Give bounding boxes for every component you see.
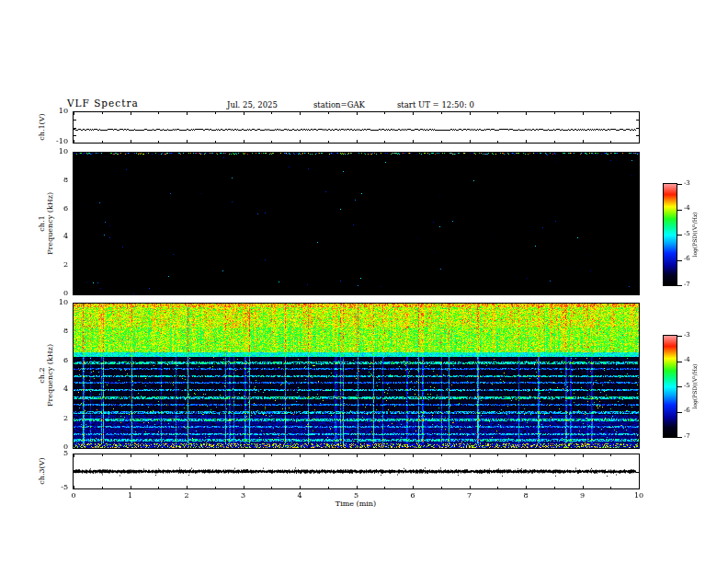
- ch2-spectrogram-ylabel-channel: ch.2: [38, 325, 46, 426]
- x-tick-label: 8: [517, 492, 535, 500]
- x-tick-label: 1: [121, 492, 140, 500]
- ch2-spectrogram-ytick-label: 2: [40, 415, 68, 423]
- colorbar-tick: [677, 437, 682, 438]
- ch1-spectrogram: [74, 153, 639, 294]
- ch1-spectrogram-ylabel-channel: ch.1: [38, 173, 46, 274]
- colorbar-ch1-tick-label: -4: [684, 205, 704, 213]
- ch3-voltage-plot: [74, 454, 639, 488]
- colorbar-ch2-tick-label: -4: [684, 357, 704, 364]
- ch1-spectrogram-ytick-label: 4: [40, 233, 68, 241]
- ch2-spectrogram: [74, 304, 639, 448]
- page-title: VLF Spectra: [67, 98, 139, 109]
- x-tick-label: 2: [177, 492, 196, 500]
- ch1-spectrogram-ylabel: ch.1 Frequency (kHz): [38, 173, 54, 274]
- colorbar-tick: [677, 386, 682, 387]
- colorbar-ch2: [664, 336, 677, 437]
- ch2-spectrogram-ylabel: ch.2 Frequency (kHz): [38, 325, 54, 426]
- ch1-spectrogram-ytick-label: 10: [40, 148, 68, 156]
- ch1-spectrogram-ytick-label: 8: [40, 177, 68, 185]
- start-ut-label: start UT = 12:50: 0: [397, 100, 474, 109]
- x-tick-label: 3: [234, 492, 253, 500]
- colorbar-tick: [677, 260, 682, 261]
- ch2-spectrogram-ytick-label: 10: [40, 299, 68, 307]
- ch2-spectrogram-ylabel-frequency: Frequency (kHz): [46, 325, 54, 426]
- colorbar-tick: [677, 362, 682, 362]
- x-tick-label: 5: [347, 492, 366, 500]
- vlf-spectra-figure: VLF Spectra Jul. 25, 2025 station=GAK st…: [0, 0, 728, 563]
- colorbar-tick: [677, 412, 682, 413]
- colorbar-tick: [677, 336, 682, 337]
- colorbar-tick: [677, 235, 682, 236]
- ch3-voltage-ytick-label: 5: [40, 450, 68, 458]
- colorbar-ch1-tick-label: -6: [684, 256, 704, 263]
- x-tick-label: 9: [574, 492, 592, 500]
- ch1-voltage-ytick-label: -10: [40, 138, 68, 146]
- x-tick-label: 4: [290, 492, 309, 500]
- colorbar-ch1-tick-label: -7: [684, 282, 704, 289]
- ch2-spectrogram-ytick-label: 6: [40, 357, 68, 365]
- ch2-spectrogram-ytick-label: 4: [40, 385, 68, 394]
- ch1-spectrogram-ytick-label: 2: [40, 261, 68, 270]
- ch1-voltage-plot: [74, 112, 639, 143]
- x-tick-label: 6: [404, 492, 422, 500]
- colorbar-tick: [677, 285, 682, 286]
- colorbar-ch1-tick-label: -3: [684, 180, 704, 188]
- ch1-voltage-ytick-label: 10: [40, 108, 68, 116]
- colorbar-ch1: [664, 184, 677, 285]
- colorbar-ch2-tick-label: -5: [684, 383, 704, 390]
- ch3-voltage-ytick-label: -5: [40, 484, 68, 492]
- ch1-spectrogram-ytick-label: 6: [40, 205, 68, 213]
- x-tick-label: 10: [630, 492, 648, 500]
- ch1-spectrogram-ytick-label: 0: [40, 290, 68, 298]
- colorbar-ch2-tick-label: -3: [684, 332, 704, 339]
- colorbar-tick: [677, 210, 682, 211]
- date-label: Jul. 25, 2025: [227, 100, 278, 109]
- station-label: station=GAK: [313, 100, 365, 109]
- ch2-spectrogram-ytick-label: 8: [40, 327, 68, 336]
- ch1-spectrogram-ylabel-frequency: Frequency (kHz): [46, 173, 54, 274]
- x-axis-label: Time (min): [310, 500, 402, 509]
- x-tick-label: 7: [461, 492, 479, 500]
- colorbar-ch1-tick-label: -5: [684, 231, 704, 238]
- colorbar-ch2-tick-label: -6: [684, 408, 704, 415]
- colorbar-ch2-tick-label: -7: [684, 433, 704, 441]
- x-tick-label: 0: [64, 492, 83, 500]
- colorbar-tick: [677, 184, 682, 185]
